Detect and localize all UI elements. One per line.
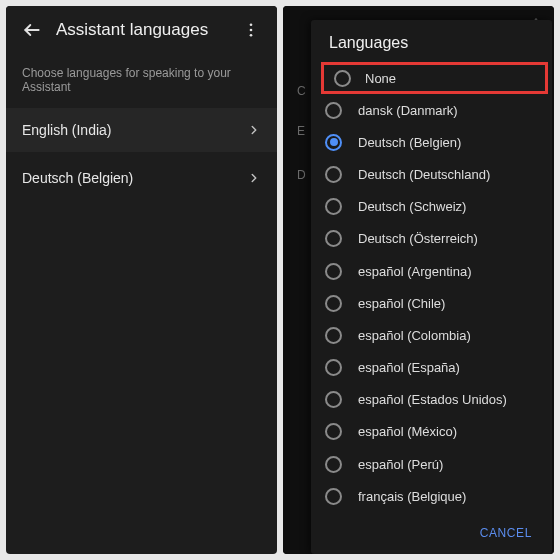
radio-icon: [334, 70, 351, 87]
language-option-label: dansk (Danmark): [358, 103, 458, 118]
more-button[interactable]: [233, 12, 269, 48]
appbar: Assistant languages: [6, 6, 277, 54]
language-option[interactable]: Deutsch (Deutschland): [311, 158, 552, 190]
radio-icon: [325, 456, 342, 473]
language-option-none[interactable]: None: [321, 62, 548, 94]
language-option-label: None: [365, 71, 396, 86]
peek-text: D: [297, 168, 306, 182]
language-dialog: Languages None dansk (Danmark) Deutsch (…: [311, 20, 552, 554]
radio-icon: [325, 423, 342, 440]
language-row-secondary[interactable]: Deutsch (Belgien): [6, 154, 277, 202]
language-option[interactable]: français (Belgique): [311, 480, 552, 512]
chevron-right-icon: [247, 123, 261, 137]
language-option[interactable]: español (México): [311, 416, 552, 448]
svg-point-3: [250, 34, 253, 37]
radio-icon: [325, 166, 342, 183]
radio-icon: [325, 359, 342, 376]
language-row-label: Deutsch (Belgien): [22, 170, 133, 186]
arrow-left-icon: [22, 20, 42, 40]
language-option-label: Deutsch (Belgien): [358, 135, 461, 150]
language-row-primary[interactable]: English (India): [6, 108, 277, 152]
language-option[interactable]: español (Colombia): [311, 319, 552, 351]
language-option-label: español (Estados Unidos): [358, 392, 507, 407]
page-title: Assistant languages: [50, 20, 233, 40]
back-button[interactable]: [14, 12, 50, 48]
dialog-title: Languages: [311, 20, 552, 62]
language-option[interactable]: Deutsch (Österreich): [311, 223, 552, 255]
more-vert-icon: [242, 21, 260, 39]
phone-right: C E D Languages None dansk (Danmark) Deu…: [283, 6, 554, 554]
radio-icon: [325, 391, 342, 408]
peek-text: E: [297, 124, 305, 138]
language-option[interactable]: español (Perú): [311, 448, 552, 480]
language-option-list[interactable]: None dansk (Danmark) Deutsch (Belgien) D…: [311, 62, 552, 516]
language-option[interactable]: español (Argentina): [311, 255, 552, 287]
language-option[interactable]: español (Chile): [311, 287, 552, 319]
chevron-right-icon: [247, 171, 261, 185]
dialog-actions: CANCEL: [311, 516, 552, 554]
language-option-label: Deutsch (Österreich): [358, 231, 478, 246]
radio-selected-icon: [325, 134, 342, 151]
language-option[interactable]: Deutsch (Belgien): [311, 126, 552, 158]
radio-icon: [325, 102, 342, 119]
language-option[interactable]: español (España): [311, 352, 552, 384]
language-option[interactable]: dansk (Danmark): [311, 94, 552, 126]
language-option-label: Deutsch (Deutschland): [358, 167, 490, 182]
language-option[interactable]: español (Estados Unidos): [311, 384, 552, 416]
language-row-label: English (India): [22, 122, 112, 138]
language-option-label: Deutsch (Schweiz): [358, 199, 466, 214]
svg-point-2: [250, 29, 253, 32]
subtitle: Choose languages for speaking to your As…: [6, 54, 277, 108]
language-option-label: español (Colombia): [358, 328, 471, 343]
radio-icon: [325, 295, 342, 312]
language-option[interactable]: Deutsch (Schweiz): [311, 191, 552, 223]
language-option-label: español (España): [358, 360, 460, 375]
language-option-label: español (Perú): [358, 457, 443, 472]
radio-icon: [325, 327, 342, 344]
language-option-label: español (Chile): [358, 296, 445, 311]
language-option-label: español (Argentina): [358, 264, 471, 279]
radio-icon: [325, 263, 342, 280]
language-option-label: español (México): [358, 424, 457, 439]
phone-left: Assistant languages Choose languages for…: [6, 6, 277, 554]
peek-text: C: [297, 84, 306, 98]
radio-icon: [325, 230, 342, 247]
language-option-label: français (Belgique): [358, 489, 466, 504]
cancel-button[interactable]: CANCEL: [476, 520, 536, 546]
radio-icon: [325, 488, 342, 505]
radio-icon: [325, 198, 342, 215]
svg-point-1: [250, 23, 253, 26]
